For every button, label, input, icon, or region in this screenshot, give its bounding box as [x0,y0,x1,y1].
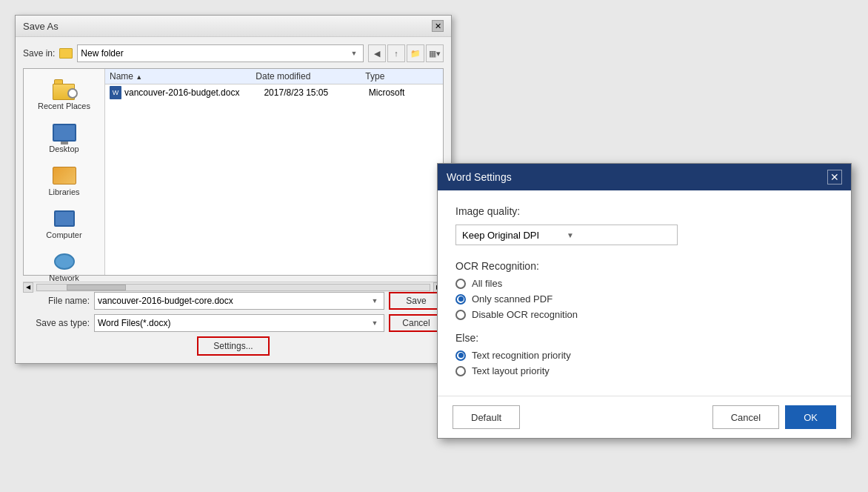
else-section: Else: Text recognition priority Text lay… [455,332,833,376]
nav-label-desktop: Desktop [49,144,79,153]
col-type-header[interactable]: Type [365,71,438,82]
radio-text-layout-label: Text layout priority [472,365,550,376]
file-name-combo[interactable]: vancouver-2016-budget-core.docx ▼ [94,292,384,310]
file-list: Name ▲ Date modified Type W vancouver-20… [105,69,443,275]
word-settings-footer: Default Cancel OK [438,396,851,438]
scroll-left-button[interactable]: ◀ [23,282,33,293]
image-quality-dropdown-arrow: ▼ [567,231,671,239]
file-browser: Recent Places Desktop Libraries [23,68,444,276]
word-settings-title: Word Settings [447,171,512,183]
word-settings-titlebar: Word Settings ✕ [438,164,851,190]
desktop-icon [51,121,78,144]
file-name-cell: vancouver-2016-budget.docx [124,87,264,98]
file-date-cell: 2017/8/23 15:05 [264,87,368,98]
sort-arrow-icon: ▲ [136,73,142,81]
col-date-header[interactable]: Date modified [256,71,365,82]
ws-cancel-button[interactable]: Cancel [712,405,779,429]
radio-only-scanned-label: Only scanned PDF [472,293,552,305]
nav-label-network: Network [49,273,79,282]
save-in-combo[interactable]: New folder ▼ [77,44,364,62]
word-settings-dialog: Word Settings ✕ Image quality: Keep Orig… [437,163,852,439]
else-option-text-layout[interactable]: Text layout priority [455,365,833,376]
save-as-dialog: Save As ✕ Save in: New folder ▼ ◀ ↑ 📁 ▦▾ [15,15,452,364]
default-button[interactable]: Default [453,405,520,429]
else-option-text-recognition[interactable]: Text recognition priority [455,350,833,361]
radio-all-files-label: All files [472,278,502,289]
cancel-button[interactable]: Cancel [389,314,444,332]
save-as-type-label: Save as type: [23,318,90,328]
word-settings-close-button[interactable]: ✕ [827,170,842,184]
recent-places-icon [51,78,78,102]
up-folder-button[interactable]: ↑ [387,44,405,62]
save-as-close-button[interactable]: ✕ [432,20,444,32]
computer-icon [51,207,78,230]
file-type-cell: Microsoft [369,87,438,98]
file-name-row: File name: vancouver-2016-budget-core.do… [23,292,444,310]
image-quality-label: Image quality: [455,205,833,217]
col-name-header[interactable]: Name ▲ [110,71,256,82]
save-type-row: Save as type: Word Files(*.docx) ▼ Cance… [23,314,444,332]
radio-all-files[interactable] [455,279,466,289]
back-button[interactable]: ◀ [368,44,386,62]
create-folder-button[interactable]: 📁 [407,44,424,62]
image-quality-dropdown-row: Keep Original DPI ▼ [455,225,833,245]
word-file-icon: W [110,86,121,99]
nav-item-network[interactable]: Network [31,247,98,285]
horizontal-scrollbar[interactable]: ◀ ▶ [23,282,444,292]
nav-label-recent-places: Recent Places [38,102,90,110]
nav-item-libraries[interactable]: Libraries [31,161,98,199]
save-in-label: Save in: [23,48,55,59]
radio-text-recognition-label: Text recognition priority [472,350,571,361]
radio-disable-ocr[interactable] [455,310,466,320]
radio-text-layout[interactable] [455,366,466,376]
save-as-title: Save As [23,21,59,32]
file-name-dropdown-arrow[interactable]: ▼ [369,295,381,307]
nav-item-computer[interactable]: Computer [31,204,98,242]
radio-text-recognition[interactable] [455,350,466,361]
nav-label-computer: Computer [46,230,81,239]
view-options-button[interactable]: ▦▾ [426,44,444,62]
file-name-label: File name: [23,296,90,306]
save-in-dropdown-arrow[interactable]: ▼ [348,47,360,59]
table-row[interactable]: W vancouver-2016-budget.docx 2017/8/23 1… [105,84,443,101]
save-in-value: New folder [81,48,348,59]
save-as-type-value: Word Files(*.docx) [98,318,369,328]
ocr-recognition-section: OCR Recognition: All files Only scanned … [455,260,833,320]
save-type-dropdown-arrow[interactable]: ▼ [369,317,381,329]
save-in-row: Save in: New folder ▼ ◀ ↑ 📁 ▦▾ [23,44,444,62]
nav-item-recent-places[interactable]: Recent Places [31,75,98,113]
ok-button[interactable]: OK [785,405,836,429]
ocr-option-only-scanned[interactable]: Only scanned PDF [455,293,833,305]
radio-disable-ocr-label: Disable OCR recognition [472,309,578,320]
footer-buttons: Cancel OK [712,405,836,429]
save-button[interactable]: Save [389,292,444,310]
network-icon [51,250,78,273]
save-as-titlebar: Save As ✕ [16,16,451,37]
ocr-option-all-files[interactable]: All files [455,278,833,289]
image-quality-value: Keep Original DPI [462,230,567,241]
nav-label-libraries: Libraries [48,187,79,196]
file-list-header: Name ▲ Date modified Type [105,69,443,84]
libraries-icon [51,164,78,187]
scroll-thumb[interactable] [67,285,126,290]
save-as-body: Save in: New folder ▼ ◀ ↑ 📁 ▦▾ [16,37,451,363]
settings-row: Settings... [23,336,444,356]
ocr-recognition-label: OCR Recognition: [455,260,833,272]
word-settings-body: Image quality: Keep Original DPI ▼ OCR R… [438,190,851,396]
settings-button[interactable]: Settings... [197,336,269,356]
save-as-type-combo[interactable]: Word Files(*.docx) ▼ [94,314,384,332]
toolbar-buttons: ◀ ↑ 📁 ▦▾ [368,44,444,62]
nav-item-desktop[interactable]: Desktop [31,118,98,156]
nav-panel: Recent Places Desktop Libraries [24,69,105,275]
image-quality-dropdown[interactable]: Keep Original DPI ▼ [455,225,678,245]
folder-icon [59,48,73,59]
else-label: Else: [455,332,833,344]
ocr-option-disable[interactable]: Disable OCR recognition [455,309,833,320]
scroll-track[interactable] [36,284,430,291]
radio-only-scanned[interactable] [455,294,466,305]
file-name-value: vancouver-2016-budget-core.docx [98,296,369,306]
